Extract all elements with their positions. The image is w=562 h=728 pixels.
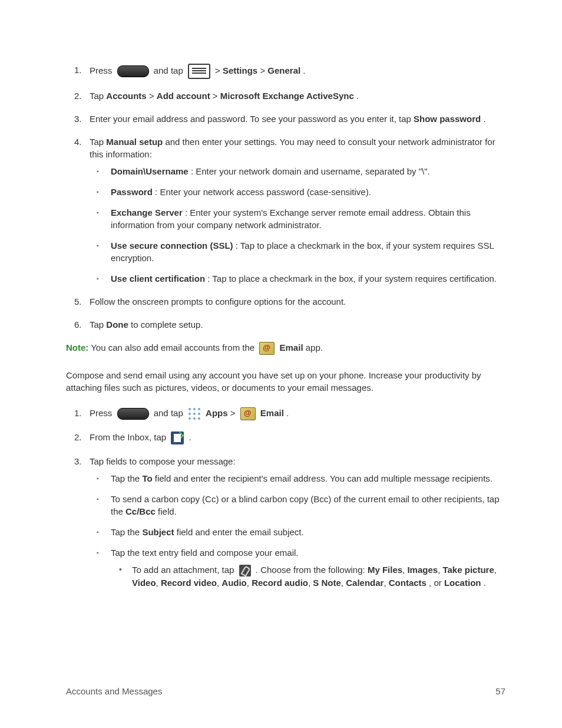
done-label: Done [106,319,128,330]
attach-option: My Files [368,565,402,575]
list-item: Tap the Subject field and enter the emai… [90,526,505,538]
note-text: You can also add email accounts from the [91,342,257,353]
text: Enter your email address and password. T… [90,114,414,124]
section1-steps: 1. Press and tap > Settings > General . … [66,64,505,331]
gt: > [149,91,157,101]
field-name: Use secure connection (SSL) [111,241,233,251]
step-3: 3. Enter your email address and password… [66,113,505,125]
ccbcc-label: Cc/Bcc [125,506,156,516]
list-item: Tap the text entry field and compose you… [90,546,505,589]
step-number: 3. [74,113,82,125]
text: and tap [154,408,186,418]
field-name: Password [111,187,153,197]
home-key-icon [117,65,149,77]
to-label: To [142,473,152,483]
text: Tap the [111,527,142,537]
attach-option: Images [407,565,438,575]
step-number: 5. [74,295,82,308]
step-number: 1. [74,64,82,76]
text: field and enter the email subject. [177,527,304,537]
step-4: 4. Tap Manual setup and then enter your … [66,136,505,285]
step-1: 1. Press and tap > Settings > General . [66,64,505,79]
section2-intro: Compose and send email using any account… [66,369,505,394]
note-label: Note: [66,342,88,353]
text: Tap [90,137,106,147]
text: From the Inbox, tap [90,432,168,442]
exchange-label: Microsoft Exchange ActiveSync [220,91,354,101]
list-item: Exchange Server : Enter your system's Ex… [90,206,505,231]
text: Tap the [111,473,142,483]
text: to complete setup. [131,319,203,330]
list-item: Tap the To field and enter the recipient… [90,472,505,485]
list-item: To add an attachment, tap . Choose from … [111,564,505,589]
attach-last: Location [444,578,481,588]
apps-label: Apps [206,408,228,418]
text: and tap [154,65,186,75]
attach-option: S Note [313,578,341,588]
field-name: Use client certification [111,274,205,284]
attach-bullet: To add an attachment, tap . Choose from … [111,564,505,589]
field-desc: : Enter your network domain and username… [191,166,430,176]
section2-steps: 1. Press and tap Apps > Email . 2. From … [66,407,505,589]
page: 1. Press and tap > Settings > General . … [0,0,562,728]
text: To add an attachment, tap [132,565,237,575]
email-label: Email [260,408,284,418]
step-3-sub: Tap the To field and enter the recipient… [90,472,505,589]
text: . [303,65,305,75]
step-number: 2. [74,431,82,443]
step-3: 3. Tap fields to compose your message: T… [66,455,505,589]
note-text: app. [306,342,323,353]
text: , or [429,578,444,588]
list-item: Domain\Username : Enter your network dom… [90,165,505,177]
list-item: To send a carbon copy (Cc) or a blind ca… [90,493,505,518]
manual-setup-label: Manual setup [106,137,163,147]
text: . [286,408,289,418]
home-key-icon [117,408,149,420]
compose-icon [171,431,184,444]
list-item: Use secure connection (SSL) : Tap to pla… [90,239,505,264]
gt: > [260,65,267,75]
step-number: 6. [74,318,82,331]
settings-label: Settings [223,65,257,75]
step-6: 6. Tap Done to complete setup. [66,318,505,331]
text: . [189,432,191,442]
apps-grid-icon [188,407,201,420]
text: Tap the text entry field and compose you… [111,548,299,558]
menu-icon [188,64,210,79]
step-2: 2. From the Inbox, tap . [66,431,505,444]
list-item: Password : Enter your network access pas… [90,186,505,198]
text: field. [158,506,177,516]
attach-option: Record video [161,578,217,588]
add-account-label: Add account [157,91,210,101]
text: Press [90,65,115,75]
step-5: 5. Follow the onscreen prompts to config… [66,295,505,308]
field-desc: : Enter your network access password (ca… [155,187,371,197]
text: Tap [90,319,106,330]
accounts-label: Accounts [106,91,146,101]
step-number: 2. [74,90,82,102]
text: . [356,91,359,101]
step-number: 4. [74,136,82,148]
text: Press [90,408,115,418]
field-name: Domain\Username [111,166,189,176]
subject-label: Subject [142,527,174,537]
note: Note: You can also add email accounts fr… [66,341,505,355]
footer-section: Accounts and Messages [66,686,162,696]
text: Tap fields to compose your message: [90,456,236,466]
attach-icon [239,565,251,577]
step-1: 1. Press and tap Apps > Email . [66,407,505,420]
field-desc: : Tap to place a checkmark in the box, i… [207,274,497,284]
attach-option: Record audio [252,578,308,588]
text: . [484,578,486,588]
text: field and enter the recipient's email ad… [155,473,492,483]
attach-option: Video [132,578,156,588]
footer: Accounts and Messages 57 [66,685,505,697]
general-label: General [267,65,300,75]
text: > [215,65,223,75]
attach-option: Audio [222,578,247,588]
step-4-sub: Domain\Username : Enter your network dom… [90,165,505,285]
email-app-icon [259,342,275,355]
step-number: 1. [74,407,82,419]
text: . Choose from the following: [256,565,368,575]
gt: > [230,408,238,418]
